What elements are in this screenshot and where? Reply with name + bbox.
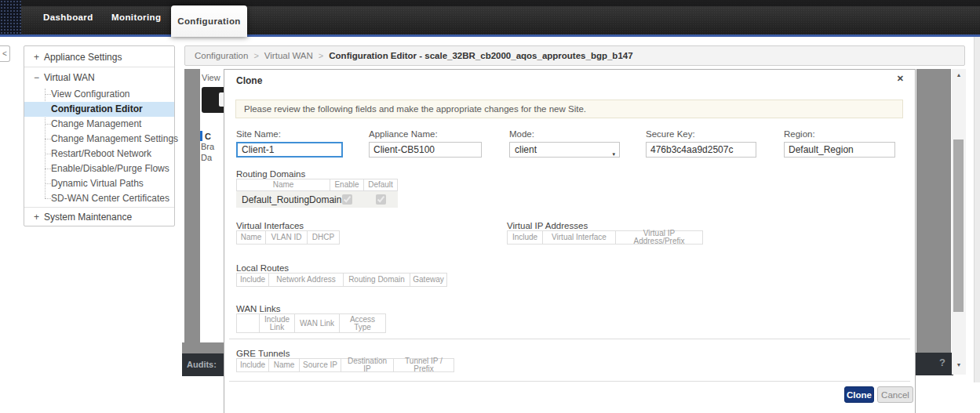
sidebar-item-change-management-settings[interactable]: Change Management Settings: [24, 132, 174, 147]
local-routes-title: Local Routes: [236, 263, 289, 273]
app-screen: Dashboard Monitoring Configuration < +Ap…: [0, 0, 980, 413]
gre-tunnels-title: GRE Tunnels: [236, 349, 290, 358]
site-tile-fragment: [202, 87, 224, 113]
modal-side-band: [184, 69, 200, 342]
virtual-ip-addresses-header: Include Virtual Interface Virtual IP Add…: [507, 230, 703, 245]
scroll-up-icon[interactable]: ▲: [952, 69, 966, 82]
wan-links-header: Include Link WAN Link Access Type: [236, 313, 386, 333]
appliance-name-label: Appliance Name:: [369, 129, 482, 139]
breadcrumb: Configuration > Virtual WAN > Configurat…: [184, 45, 965, 66]
footer-divider: [229, 381, 910, 382]
cancel-button[interactable]: Cancel: [877, 386, 913, 403]
breadcrumb-virtual-wan[interactable]: Virtual WAN: [264, 51, 313, 60]
sidebar-collapse-icon[interactable]: <: [0, 45, 10, 62]
virtual-interfaces-title: Virtual Interfaces: [236, 221, 304, 230]
top-nav-bar: Dashboard Monitoring: [0, 0, 980, 34]
scrollbar-thumb[interactable]: [953, 139, 964, 312]
dropdown-arrow-icon: ▾: [612, 147, 615, 161]
page-scrollbar[interactable]: ▲ ▼: [952, 69, 966, 375]
sidebar-item-configuration-editor[interactable]: Configuration Editor: [24, 102, 174, 117]
help-icon[interactable]: ?: [939, 357, 945, 368]
divider: [24, 67, 174, 67]
virtual-interfaces-header: Name VLAN ID DHCP: [236, 230, 340, 245]
collapse-section-icon[interactable]: −: [34, 70, 44, 85]
sidebar: +Appliance Settings −Virtual WAN View Co…: [24, 45, 175, 226]
modal-title: Clone: [236, 75, 262, 86]
gre-tunnels-header: Include Name Source IP Destination IP Tu…: [236, 358, 454, 372]
sidebar-item-sdwan-center-certificates[interactable]: SD-WAN Center Certificates: [24, 191, 174, 206]
text-fragment: Da: [201, 153, 212, 162]
region-label: Region:: [784, 129, 895, 139]
site-name-input[interactable]: [236, 142, 343, 158]
scroll-down-icon[interactable]: ▼: [952, 359, 966, 371]
sidebar-item-enable-disable-purge-flows[interactable]: Enable/Disable/Purge Flows: [24, 161, 174, 176]
enable-checkbox[interactable]: [342, 194, 352, 205]
chevron-right-icon: >: [319, 51, 323, 60]
nav-accent-line: [0, 34, 980, 37]
modal-side-band: [916, 69, 951, 353]
routing-domains-header: Name Enable Default: [236, 179, 398, 191]
background-page-fragments: View C Bra Da Audits:: [182, 69, 224, 379]
sidebar-item-restart-reboot-network[interactable]: Restart/Reboot Network: [24, 147, 174, 161]
sidebar-item-view-configuration[interactable]: View Configuration: [24, 87, 174, 102]
chevron-right-icon: >: [253, 51, 258, 60]
tab-configuration[interactable]: Configuration: [171, 5, 247, 37]
expand-icon[interactable]: +: [34, 209, 44, 225]
top-nav-strip: [0, 0, 980, 6]
clone-button[interactable]: Clone: [844, 386, 874, 403]
secure-key-label: Secure Key:: [646, 129, 756, 139]
routing-domains-title: Routing Domains: [236, 169, 305, 179]
routing-domain-name: Default_RoutingDomain: [236, 191, 330, 208]
sidebar-item-dynamic-virtual-paths[interactable]: Dynamic Virtual Paths: [24, 176, 174, 191]
sidebar-item-appliance-settings[interactable]: +Appliance Settings: [24, 49, 174, 65]
window-edge-strip: [974, 37, 980, 382]
site-name-field: Site Name:: [236, 129, 343, 158]
clone-modal: Clone ✕ Please review the following fiel…: [224, 69, 916, 413]
mode-label: Mode:: [509, 129, 620, 139]
divider: [24, 207, 174, 208]
view-label-fragment: View: [202, 73, 220, 82]
appliance-name-field: Appliance Name:: [369, 129, 482, 158]
local-routes-header: Include Network Address Routing Domain G…: [236, 273, 447, 287]
breadcrumb-configuration[interactable]: Configuration: [195, 51, 248, 60]
region-input[interactable]: [784, 142, 895, 158]
virtual-ip-addresses-title: Virtual IP Addresses: [507, 221, 588, 230]
selection-bar: [200, 131, 202, 141]
wan-links-title: WAN Links: [236, 304, 280, 313]
breadcrumb-current-page: Configuration Editor - scale_32BR_cb2000…: [329, 51, 632, 60]
tab-monitoring[interactable]: Monitoring: [111, 13, 161, 22]
text-fragment: Bra: [201, 142, 214, 151]
default-checkbox[interactable]: [376, 194, 386, 205]
routing-domains-row: Default_RoutingDomain: [236, 191, 398, 208]
mode-field: Mode: client ▾: [509, 129, 620, 158]
appliance-name-input[interactable]: [369, 142, 482, 158]
sidebar-item-system-maintenance[interactable]: +System Maintenance: [24, 209, 174, 225]
secure-key-input[interactable]: [646, 142, 756, 158]
secure-key-field: Secure Key:: [646, 129, 756, 158]
modal-side-band: [182, 342, 224, 353]
expand-icon[interactable]: +: [34, 49, 44, 65]
region-field: Region:: [784, 129, 895, 158]
selected-tree-fragment: C: [200, 131, 211, 141]
top-nav-texture: [0, 0, 21, 34]
section-divider: [229, 339, 910, 339]
audits-bar-label: Audits:: [182, 353, 224, 376]
audits-bar-right: ?: [914, 353, 953, 375]
mode-select[interactable]: client ▾: [509, 142, 620, 158]
close-icon[interactable]: ✕: [897, 74, 904, 84]
sidebar-item-virtual-wan[interactable]: −Virtual WAN: [24, 70, 174, 85]
sidebar-item-change-management[interactable]: Change Management: [24, 117, 174, 132]
info-banner: Please review the following fields and m…: [235, 100, 903, 118]
site-name-label: Site Name:: [236, 129, 343, 139]
tab-dashboard[interactable]: Dashboard: [43, 13, 93, 22]
